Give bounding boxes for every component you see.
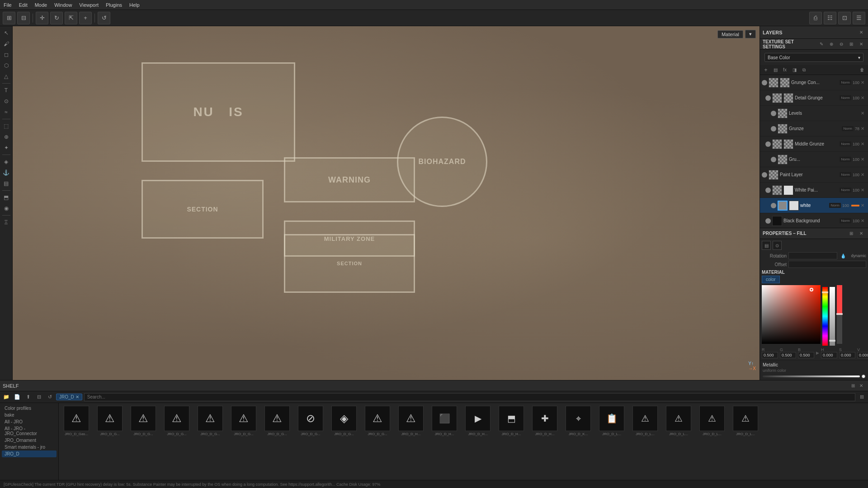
fill-mode-btn-2[interactable]: ⊙: [773, 241, 782, 250]
shelf-folder-btn[interactable]: 📁: [2, 393, 11, 402]
offset-value[interactable]: [788, 261, 866, 268]
tool-material[interactable]: ◈: [1, 157, 11, 167]
shelf-active-tag[interactable]: JRO_D ✕: [56, 394, 82, 400]
shelf-item-16[interactable]: 📋 JRO_D_L...: [596, 405, 627, 478]
layer-eye-middle[interactable]: [765, 141, 771, 147]
shelf-item-14[interactable]: ✚ JRO_D_H...: [529, 405, 561, 478]
viewport[interactable]: NU IS SECTION WARNING MILITARY ZONE SECT…: [13, 26, 760, 380]
tool-bake[interactable]: ⬒: [1, 192, 11, 202]
toolbar-refresh-button[interactable]: ↺: [98, 12, 110, 24]
layers-close-btn[interactable]: ✕: [857, 28, 865, 37]
shelf-item-13[interactable]: ⬒ JRO_D_H...: [495, 405, 527, 478]
color-tab[interactable]: color: [762, 276, 780, 283]
layer-eye-levels[interactable]: [771, 111, 776, 116]
shelf-nav-all-jro[interactable]: All - JRO: [2, 418, 57, 425]
layer-fx-btn[interactable]: fx: [781, 66, 789, 74]
layer-delete-btn[interactable]: 🗑: [858, 66, 866, 74]
tool-clone[interactable]: ⊙: [1, 96, 11, 106]
menu-edit[interactable]: Edit: [19, 2, 28, 8]
shelf-item-17[interactable]: ⚠ JRO_D_L...: [629, 405, 661, 478]
shelf-nav-smart-materials[interactable]: Smart materials - jro: [2, 444, 57, 450]
tool-eraser[interactable]: ◻: [1, 50, 11, 60]
toolbar-move-button[interactable]: ✛: [36, 12, 48, 24]
menu-mode[interactable]: Mode: [35, 2, 47, 8]
texture-set-btn-3[interactable]: ⊖: [837, 40, 845, 48]
alpha-slider[interactable]: [837, 285, 842, 344]
shelf-item-12[interactable]: ▶ JRO_D_H...: [462, 405, 494, 478]
texture-set-btn-1[interactable]: ✎: [817, 40, 826, 48]
shelf-item-4[interactable]: ⚠ JRO_D_G...: [194, 405, 226, 478]
texture-set-close-btn[interactable]: ✕: [857, 40, 865, 48]
menu-viewport[interactable]: Viewport: [79, 2, 99, 8]
shelf-nav-jro-d[interactable]: JRO_D: [2, 450, 57, 457]
shelf-nav-jro-connector[interactable]: All - JRO - JRO_Connector: [2, 425, 57, 437]
shelf-item-2[interactable]: ⚠ JRO_D_G...: [127, 405, 159, 478]
tool-text[interactable]: T: [1, 85, 11, 95]
layer-eye-black-bg[interactable]: [765, 218, 771, 224]
shelf-refresh-btn[interactable]: ↺: [45, 393, 54, 402]
menu-file[interactable]: File: [4, 2, 12, 8]
layer-item-levels[interactable]: Levels ✕: [760, 106, 868, 121]
shelf-close-btn[interactable]: ✕: [857, 382, 865, 390]
tool-stamp[interactable]: Ξ: [1, 217, 11, 227]
color-square[interactable]: [762, 285, 821, 344]
shelf-item-18[interactable]: ⚠ JRO_D_L...: [663, 405, 694, 478]
shelf-filter-btn[interactable]: ⊟: [34, 393, 43, 402]
layer-group-btn[interactable]: ▤: [771, 66, 779, 74]
tool-camera[interactable]: ◉: [1, 203, 11, 213]
shelf-item-8[interactable]: ◈ JRO_D_G...: [328, 405, 360, 478]
viewport-mode-arrow[interactable]: ▾: [745, 30, 756, 38]
toolbar-scale-button[interactable]: ⇱: [65, 12, 77, 24]
metallic-slider[interactable]: [763, 375, 860, 377]
shelf-item-7[interactable]: ⊘ JRO_D_G...: [295, 405, 326, 478]
shelf-expand-btn[interactable]: ⊞: [849, 382, 857, 390]
toolbar-extra-1[interactable]: ⎙: [809, 12, 822, 24]
layer-eye-paint[interactable]: [762, 172, 767, 178]
menu-help[interactable]: Help: [129, 2, 140, 8]
layer-item-white-pai[interactable]: White Pai... Norm 100 ✕: [760, 183, 868, 198]
shelf-item-9[interactable]: ⚠ JRO_D_G...: [362, 405, 393, 478]
layer-add-btn[interactable]: +: [762, 66, 770, 74]
shelf-file-btn[interactable]: 📄: [13, 393, 22, 402]
tool-layer[interactable]: ▤: [1, 178, 11, 188]
tool-move2[interactable]: ⊕: [1, 132, 11, 142]
layer-eye-white-pai[interactable]: [765, 188, 771, 193]
shelf-import-btn[interactable]: ⬆: [24, 393, 33, 402]
menu-plugins[interactable]: Plugins: [106, 2, 122, 8]
shelf-item-19[interactable]: ⚠ JRO_D_L...: [696, 405, 728, 478]
layer-mask-btn[interactable]: ◨: [790, 66, 798, 74]
toolbar-grid2x2-button[interactable]: ⊞: [3, 12, 15, 24]
shelf-search-input[interactable]: [84, 393, 855, 401]
tool-pointer[interactable]: ↖: [1, 28, 11, 38]
properties-expand-btn[interactable]: ⊞: [847, 230, 855, 238]
layer-clone-btn[interactable]: ⧉: [800, 66, 808, 74]
toolbar-extra-4[interactable]: ☰: [853, 12, 865, 24]
toolbar-rotate-button[interactable]: ↻: [50, 12, 63, 24]
tool-fill[interactable]: ⬡: [1, 61, 11, 70]
menu-window[interactable]: Window: [54, 2, 72, 8]
layer-item-grunge-con[interactable]: Grunge Con... Norm 100 ✕: [760, 75, 868, 90]
shelf-grid-btn[interactable]: ⊞: [857, 393, 866, 402]
rotation-value[interactable]: [788, 252, 837, 259]
shelf-nav-jro-ornament[interactable]: JRO_Ornament: [2, 437, 57, 444]
hue-slider[interactable]: [822, 287, 828, 346]
tool-smudge[interactable]: ≈: [1, 107, 11, 117]
layer-close-gru[interactable]: ✕: [861, 157, 866, 162]
metallic-thumb[interactable]: [862, 375, 865, 378]
layer-close-grunze[interactable]: ✕: [861, 126, 866, 131]
layer-close-detail[interactable]: ✕: [861, 95, 866, 100]
layer-eye-detail[interactable]: [765, 95, 771, 101]
base-color-dropdown[interactable]: Base Color ▾: [764, 53, 863, 62]
rgb-b-input[interactable]: [798, 352, 814, 358]
shelf-item-1[interactable]: ⚠ JRO_D_G...: [94, 405, 126, 478]
toolbar-extra-2[interactable]: ☷: [824, 12, 836, 24]
layer-item-white[interactable]: white Norm 100 ✕: [760, 198, 868, 213]
shelf-item-0[interactable]: ⚠ JRO_D_Gas...: [61, 405, 92, 478]
layer-item-gru[interactable]: Gru... Norm 100 ✕: [760, 152, 868, 167]
tool-geometry[interactable]: △: [1, 71, 11, 81]
tool-brush[interactable]: 🖌: [1, 39, 11, 49]
shelf-item-10[interactable]: ⚠ JRO_D_H...: [395, 405, 427, 478]
shelf-tag-close[interactable]: ✕: [75, 394, 79, 399]
layer-eye-grunze[interactable]: [771, 126, 776, 131]
rotation-eyedrop[interactable]: 💧: [839, 252, 847, 260]
